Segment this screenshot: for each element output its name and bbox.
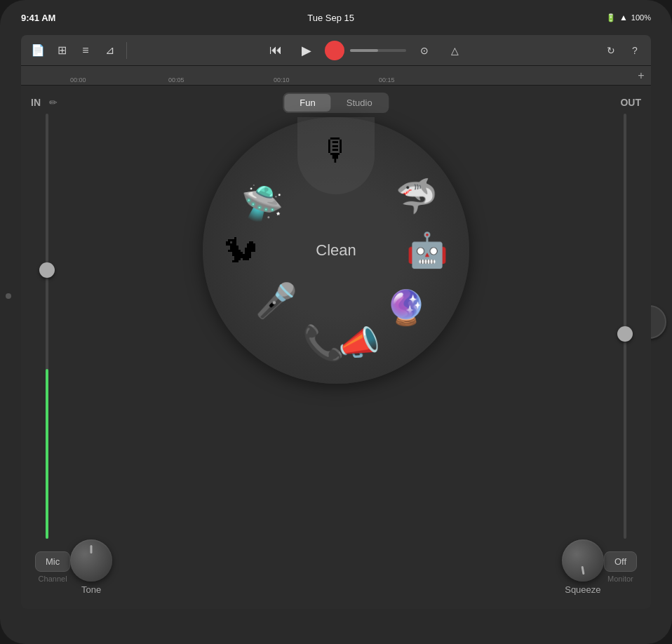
mode-tabs: Fun Studio: [283, 93, 389, 113]
battery-pct: 100%: [631, 13, 651, 22]
status-date: Tue Sep 15: [307, 13, 354, 23]
toolbar-center: ⏮ ▶ ⊙ △: [133, 38, 598, 63]
volume-fill: [350, 49, 378, 52]
voice-microphone-icon[interactable]: 🎙: [321, 133, 351, 168]
input-slider-thumb[interactable]: [39, 262, 55, 278]
channel-sublabel: Channel: [39, 575, 67, 583]
voice-karaoke-icon[interactable]: 🎤: [255, 281, 297, 321]
toolbar-left-group: 📄 ⊞ ≡ ⊿: [27, 39, 121, 62]
voice-megaphone-icon[interactable]: 📣: [338, 323, 380, 363]
mixer-button[interactable]: ⊿: [98, 39, 121, 62]
wifi-icon: ▲: [619, 13, 628, 22]
ruler-mark-3: 00:15: [379, 76, 395, 83]
voice-ufo-icon[interactable]: 🛸: [241, 184, 283, 223]
ruler-mark-1: 00:05: [168, 76, 184, 83]
tab-fun[interactable]: Fun: [284, 94, 330, 112]
squeeze-label: Squeeze: [565, 584, 600, 595]
squeeze-knob[interactable]: [562, 539, 604, 582]
battery-icon: 🔋: [606, 13, 616, 22]
squeeze-knob-indicator: [581, 565, 584, 574]
status-bar: 9:41 AM Tue Sep 15 🔋 ▲ 100%: [21, 10, 651, 25]
input-level-slider[interactable]: [36, 114, 58, 539]
tab-studio[interactable]: Studio: [331, 94, 388, 112]
toolbar-separator-1: [126, 42, 127, 59]
monitor-sublabel: Monitor: [607, 575, 633, 583]
ruler-mark-0: 00:00: [70, 76, 86, 83]
output-slider-track: [624, 114, 626, 539]
pencil-icon: ✏: [49, 97, 58, 108]
voice-squirrel-icon[interactable]: 🐿: [224, 232, 257, 270]
ruler-marks: 00:00 00:05 00:10 00:15: [21, 66, 651, 85]
toolbar-right: ↻ ?: [600, 40, 645, 61]
voice-shark-icon[interactable]: 🦈: [396, 177, 438, 216]
status-icons: 🔋 ▲ 100%: [606, 13, 651, 22]
in-label: IN: [31, 97, 41, 108]
input-slider-track: [46, 114, 48, 539]
wheel-center-label: Clean: [316, 241, 356, 260]
new-file-button[interactable]: 📄: [27, 39, 49, 62]
ruler-mark-2: 00:10: [274, 76, 290, 83]
tone-knob[interactable]: [70, 539, 112, 582]
tone-knob-indicator: [90, 545, 93, 554]
output-slider-thumb[interactable]: [617, 326, 633, 342]
mic-channel-group: Mic Channel: [35, 551, 70, 583]
volume-slider[interactable]: [350, 49, 406, 52]
loop-button[interactable]: ⊙: [412, 38, 437, 63]
bottom-controls: Mic Channel Tone Squeeze: [21, 539, 651, 595]
ipad-frame: 9:41 AM Tue Sep 15 🔋 ▲ 100% 📄 ⊞ ≡ ⊿ ⏮ ▶: [0, 0, 672, 644]
out-label: OUT: [620, 97, 641, 108]
monitor-group: Off Monitor: [604, 551, 637, 583]
side-button: [6, 293, 11, 299]
tone-label: Tone: [81, 584, 101, 595]
record-button[interactable]: [325, 41, 344, 60]
help-button[interactable]: ?: [624, 40, 645, 61]
monitor-button[interactable]: Off: [604, 551, 637, 572]
add-track-button[interactable]: +: [634, 69, 648, 83]
content-area: IN ✏ OUT Fun Studio: [21, 86, 651, 609]
input-slider-fill: [46, 369, 48, 539]
status-time: 9:41 AM: [21, 13, 55, 23]
output-level-slider[interactable]: [614, 114, 636, 539]
plugin-button[interactable]: ↻: [600, 40, 621, 61]
mic-channel-button[interactable]: Mic: [35, 551, 70, 572]
view-toggle-button[interactable]: ⊞: [51, 39, 73, 62]
timeline-ruler: 00:00 00:05 00:10 00:15 +: [21, 66, 651, 86]
squeeze-knob-container: Squeeze: [562, 539, 604, 595]
app-area: 📄 ⊞ ≡ ⊿ ⏮ ▶ ⊙ △ ↻ ?: [21, 35, 651, 609]
voice-wheel: Clean 🎙 🛸 🦈 🐿 🤖 🎤 🔮 📞 📣: [203, 117, 469, 384]
play-button[interactable]: ▶: [294, 38, 319, 63]
rewind-button[interactable]: ⏮: [263, 38, 288, 63]
voice-bubble-icon[interactable]: 🔮: [385, 288, 427, 328]
tone-knob-container: Tone: [70, 539, 112, 595]
tracks-button[interactable]: ≡: [74, 39, 97, 62]
metronome-button[interactable]: △: [443, 38, 468, 63]
voice-wheel-container: Clean 🎙 🛸 🦈 🐿 🤖 🎤 🔮 📞 📣: [203, 117, 469, 384]
toolbar: 📄 ⊞ ≡ ⊿ ⏮ ▶ ⊙ △ ↻ ?: [21, 35, 651, 66]
voice-robot-icon[interactable]: 🤖: [406, 231, 448, 270]
